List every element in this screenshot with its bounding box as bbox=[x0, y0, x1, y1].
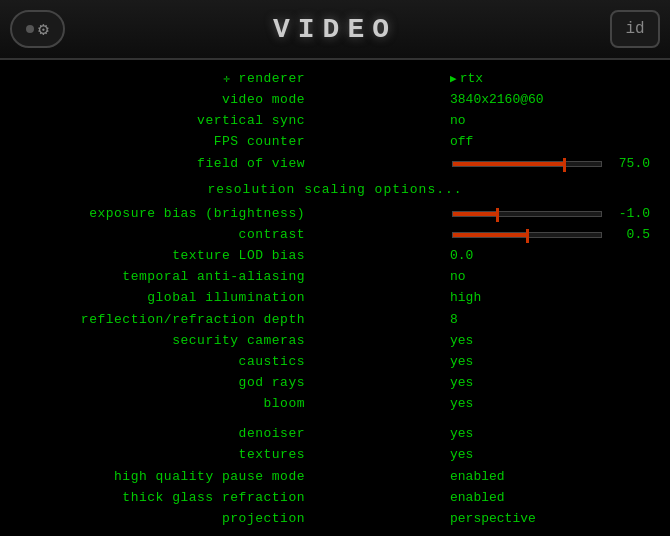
hq-pause-value: enabled bbox=[450, 467, 650, 487]
vertical-sync-value: no bbox=[450, 111, 650, 131]
temporal-aa-value: no bbox=[450, 267, 650, 287]
projection-value: perspective bbox=[450, 509, 650, 529]
main-screen: ⚙ VIDEO id ✛ renderer rtx video mode 384… bbox=[0, 0, 670, 536]
header-bar: ⚙ VIDEO id bbox=[0, 0, 670, 60]
fov-label: field of view bbox=[20, 154, 320, 174]
textures-row[interactable]: textures yes bbox=[20, 445, 650, 465]
vertical-sync-label: vertical sync bbox=[20, 111, 320, 131]
vertical-sync-row[interactable]: vertical sync no bbox=[20, 111, 650, 131]
textures-label: textures bbox=[20, 445, 320, 465]
hq-pause-label: high quality pause mode bbox=[20, 467, 320, 487]
contrast-slider-track[interactable] bbox=[452, 232, 602, 238]
exposure-slider-fill bbox=[453, 212, 497, 216]
security-cameras-label: security cameras bbox=[20, 331, 320, 351]
security-cameras-value: yes bbox=[450, 331, 650, 351]
denoiser-row[interactable]: denoiser yes bbox=[20, 424, 650, 444]
fov-slider-track[interactable] bbox=[452, 161, 602, 167]
projection-label: projection bbox=[20, 509, 320, 529]
exposure-bias-label: exposure bias (brightness) bbox=[20, 204, 320, 224]
video-mode-label: video mode bbox=[20, 90, 320, 110]
exposure-bias-row[interactable]: exposure bias (brightness) -1.0 bbox=[20, 204, 650, 224]
fov-slider-container: 75.0 bbox=[452, 154, 650, 174]
cursor-icon: ✛ bbox=[223, 73, 230, 85]
temporal-aa-row[interactable]: temporal anti-aliasing no bbox=[20, 267, 650, 287]
texture-lod-row[interactable]: texture LOD bias 0.0 bbox=[20, 246, 650, 266]
temporal-aa-label: temporal anti-aliasing bbox=[20, 267, 320, 287]
caustics-label: caustics bbox=[20, 352, 320, 372]
fps-counter-value: off bbox=[450, 132, 650, 152]
caustics-value: yes bbox=[450, 352, 650, 372]
renderer-value: rtx bbox=[450, 69, 650, 89]
reflection-label: reflection/refraction depth bbox=[20, 310, 320, 330]
renderer-row[interactable]: ✛ renderer rtx bbox=[20, 69, 650, 89]
exposure-value: -1.0 bbox=[610, 204, 650, 224]
exposure-slider-thumb bbox=[496, 208, 499, 222]
contrast-slider-thumb bbox=[526, 229, 529, 243]
exposure-slider-track[interactable] bbox=[452, 211, 602, 217]
video-mode-value: 3840x2160@60 bbox=[450, 90, 650, 110]
projection-row[interactable]: projection perspective bbox=[20, 509, 650, 529]
thick-glass-value: enabled bbox=[450, 488, 650, 508]
god-rays-value: yes bbox=[450, 373, 650, 393]
fps-counter-label: FPS counter bbox=[20, 132, 320, 152]
header-right-pill: id bbox=[610, 10, 660, 48]
exposure-slider-container: -1.0 bbox=[452, 204, 650, 224]
texture-lod-label: texture LOD bias bbox=[20, 246, 320, 266]
fov-row[interactable]: field of view 75.0 bbox=[20, 154, 650, 174]
security-cameras-row[interactable]: security cameras yes bbox=[20, 331, 650, 351]
bloom-value: yes bbox=[450, 394, 650, 414]
fov-value: 75.0 bbox=[610, 154, 650, 174]
global-illum-label: global illumination bbox=[20, 288, 320, 308]
god-rays-label: god rays bbox=[20, 373, 320, 393]
thick-glass-row[interactable]: thick glass refraction enabled bbox=[20, 488, 650, 508]
renderer-label: ✛ renderer bbox=[20, 69, 320, 89]
fps-counter-row[interactable]: FPS counter off bbox=[20, 132, 650, 152]
header-left-pill: ⚙ bbox=[10, 10, 65, 48]
page-title: VIDEO bbox=[273, 14, 397, 45]
settings-content: ✛ renderer rtx video mode 3840x2160@60 v… bbox=[0, 60, 670, 536]
global-illum-value: high bbox=[450, 288, 650, 308]
contrast-slider-container: 0.5 bbox=[452, 225, 650, 245]
reflection-row[interactable]: reflection/refraction depth 8 bbox=[20, 310, 650, 330]
contrast-label: contrast bbox=[20, 225, 320, 245]
id-icon: id bbox=[625, 20, 644, 38]
resolution-section-header: resolution scaling options... bbox=[20, 180, 650, 200]
contrast-row[interactable]: contrast 0.5 bbox=[20, 225, 650, 245]
video-mode-row[interactable]: video mode 3840x2160@60 bbox=[20, 90, 650, 110]
caustics-row[interactable]: caustics yes bbox=[20, 352, 650, 372]
denoiser-label: denoiser bbox=[20, 424, 320, 444]
god-rays-row[interactable]: god rays yes bbox=[20, 373, 650, 393]
bloom-row[interactable]: bloom yes bbox=[20, 394, 650, 414]
contrast-value: 0.5 bbox=[610, 225, 650, 245]
gear-icon: ⚙ bbox=[38, 18, 49, 40]
textures-value: yes bbox=[450, 445, 650, 465]
reflection-value: 8 bbox=[450, 310, 650, 330]
global-illum-row[interactable]: global illumination high bbox=[20, 288, 650, 308]
bloom-label: bloom bbox=[20, 394, 320, 414]
contrast-slider-fill bbox=[453, 233, 527, 237]
fov-slider-fill bbox=[453, 162, 564, 166]
thick-glass-label: thick glass refraction bbox=[20, 488, 320, 508]
fov-slider-thumb bbox=[563, 158, 566, 172]
texture-lod-value: 0.0 bbox=[450, 246, 650, 266]
denoiser-value: yes bbox=[450, 424, 650, 444]
hq-pause-row[interactable]: high quality pause mode enabled bbox=[20, 467, 650, 487]
